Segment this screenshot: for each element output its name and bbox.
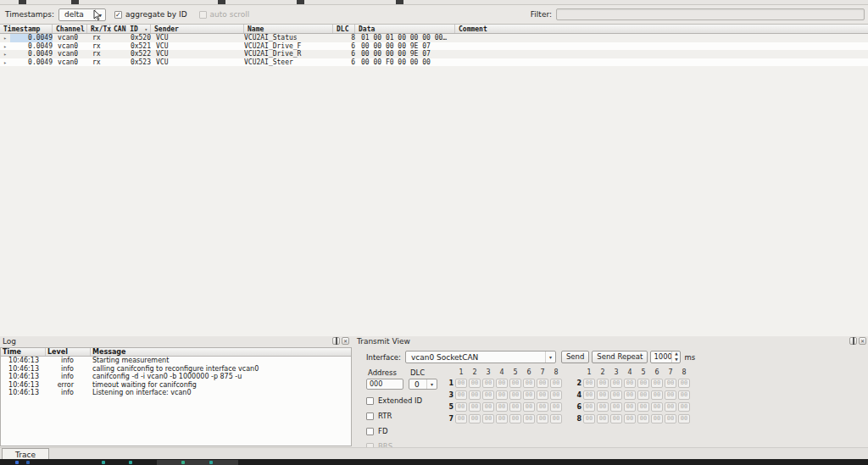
send-button[interactable]: Send [561,351,589,363]
byte-cell: 00 [523,402,535,412]
checkbox-empty-icon [199,11,207,19]
expand-arrow-icon[interactable]: ▸ [0,50,10,58]
log-close-button[interactable]: ✕ [342,337,349,345]
interval-spinbox[interactable]: 1000 ▲ ▼ [650,351,681,363]
trace-row[interactable]: ▸0.0049vcan0rx0x523VCUVCU2AI_Steer600 00… [0,58,868,67]
log-cell-message: canifconfig -d -i vcan0 -b 1000000 -p 87… [91,373,351,381]
byte-cell: 00 [597,402,609,412]
transmit-float-button[interactable] [849,337,857,345]
address-input[interactable]: 000 [366,379,403,390]
log-row[interactable]: 10:46:13errortimeout waiting for canifco… [1,381,351,390]
cell-rxtx: rx [87,42,110,51]
cell-comment [455,42,868,51]
log-row[interactable]: 10:46:13infoStarting measurement [1,357,351,365]
byte-col-header: 2 [597,368,609,376]
cutoff-menu-mark [218,0,225,4]
byte-col-header: 6 [651,368,663,376]
checkbox-rtr[interactable]: RTR [366,412,441,420]
trace-col-header-1[interactable]: Channel [53,25,87,33]
byte-cell: 00 [550,402,562,412]
cell-rxtx: rx [87,58,110,67]
interface-label: Interface: [366,353,401,362]
byte-cell: 00 [537,414,548,423]
log-col-header-1[interactable]: Level [46,348,91,356]
timestamps-mode-value: delta [59,10,95,19]
cell-rxtx: rx [87,50,110,58]
checkbox-fd[interactable]: FD [366,427,441,435]
byte-grid-row: 5000000000000000060000000000000000 [446,402,692,412]
log-cell-message: calling canifconfig to reconfigure inter… [91,365,351,374]
spin-down-icon[interactable]: ▼ [672,357,680,363]
cell-dlc: 6 [333,58,355,67]
cell-data: 00 00 00 00 9E 07 [355,50,455,58]
byte-cell: 00 [523,379,535,388]
transmit-panel: Transmit View ✕ Interface: vcan0 SocketC… [354,336,868,447]
aggregate-by-id-checkbox[interactable]: ✓ aggregate by ID [114,10,187,19]
trace-row[interactable]: ▸0.0049vcan0rx0x522VCUVCU2AI_Drive_R600 … [0,50,868,58]
log-row[interactable]: 10:46:13infocanifconfig -d -i vcan0 -b 1… [1,373,351,381]
address-label: Address [366,368,410,377]
byte-row-label: 6 [574,403,581,411]
trace-col-header-4[interactable]: Sender [151,25,244,33]
byte-grid-row: 3000000000000000040000000000000000 [446,390,692,400]
send-repeat-button[interactable]: Send Repeat [592,351,648,363]
trace-row[interactable]: ▸0.0049vcan0rx0x521VCUVCU2AI_Drive_F600 … [0,42,868,51]
trace-col-header-2[interactable]: Rx/Tx [87,25,110,33]
log-cell-level: info [46,365,91,374]
byte-cell: 00 [523,414,535,423]
cell-comment [455,50,868,58]
expand-arrow-icon[interactable]: ▸ [0,34,10,42]
cell-can-id: 0x521 [110,42,151,51]
cell-timestamp: 0.0049 [10,34,53,42]
byte-cell: 00 [624,390,636,400]
log-cell-time: 10:46:13 [1,381,46,390]
tab-trace[interactable]: Trace [2,448,49,460]
trace-col-header-8[interactable]: Comment [455,25,868,33]
dlc-select[interactable]: 0 ▾ [409,379,437,390]
byte-cell: 00 [665,379,676,388]
checkbox-extended-id[interactable]: Extended ID [366,396,441,405]
byte-cell: 00 [496,390,508,400]
spin-arrows[interactable]: ▲ ▼ [671,352,680,363]
byte-cell: 00 [678,414,690,423]
dlc-value: 0 [409,380,426,389]
log-panel-title: Log ✕ [0,336,353,347]
trace-col-header-7[interactable]: Data [355,25,455,33]
log-float-button[interactable] [332,337,340,345]
taskbar-app-icon [129,461,132,464]
trace-col-header-5[interactable]: Name [244,25,333,33]
byte-cell: 00 [624,379,636,388]
filter-input[interactable] [556,8,865,20]
toolbar: Timestamps: delta ▾ ✓ aggregate by ID au… [0,5,868,24]
expand-arrow-icon[interactable]: ▸ [0,58,10,67]
log-cell-message: Listening on interface: vcan0 [91,389,351,397]
log-cell-time: 10:46:13 [1,357,46,365]
byte-cell: 00 [550,390,562,400]
transmit-close-button[interactable]: ✕ [859,337,866,345]
byte-col-header: 5 [637,368,649,376]
trace-col-header-3[interactable]: CAN ID▾ [110,25,151,33]
trace-col-header-0[interactable]: Timestamp [0,25,53,33]
trace-col-header-6[interactable]: DLC [333,25,355,33]
trace-row[interactable]: ▸0.0049vcan0rx0x520VCUVCU2AI_Status801 0… [0,34,868,42]
byte-cell: 00 [637,402,649,412]
log-row[interactable]: 10:46:13infoListening on interface: vcan… [1,389,351,397]
log-row[interactable]: 10:46:13infocalling canifconfig to recon… [1,365,351,374]
log-panel: Log ✕ TimeLevelMessage 10:46:13infoStart… [0,336,353,447]
checkbox-label: FD [378,427,387,435]
byte-grid-row: 1000000000000000020000000000000000 [446,379,692,388]
checkbox-label: RTR [378,412,392,420]
expand-arrow-icon[interactable]: ▸ [0,42,10,51]
byte-cell: 00 [537,379,548,388]
log-col-header-2[interactable]: Message [91,348,351,356]
dlc-label: DLC [410,368,425,377]
cell-comment [455,58,868,67]
log-col-header-0[interactable]: Time [1,348,46,356]
cell-data: 00 00 F0 00 00 00 [355,58,455,67]
byte-cell: 00 [482,379,494,388]
byte-col-header: 8 [678,368,690,376]
byte-cell: 00 [509,402,521,412]
byte-cell: 00 [469,390,481,400]
interface-select[interactable]: vcan0 SocketCAN ▾ [405,351,556,363]
cell-name: VCU2AI_Drive_R [244,50,333,58]
